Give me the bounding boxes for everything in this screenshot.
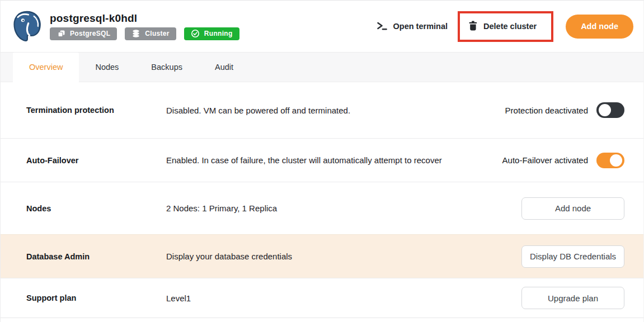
row-database-admin: Database Admin Display your database cre… bbox=[1, 234, 643, 278]
badge-cluster: Cluster bbox=[125, 27, 176, 40]
badge-postgresql: PostgreSQL bbox=[50, 27, 117, 40]
row-description: Level1 bbox=[166, 293, 521, 303]
tab-bar: Overview Nodes Backups Audit bbox=[1, 52, 643, 82]
open-terminal-label: Open terminal bbox=[393, 22, 448, 31]
toggle-knob bbox=[610, 154, 622, 167]
row-label: Nodes bbox=[26, 204, 166, 213]
header-left: postgresql-k0hdl PostgreSQL bbox=[12, 10, 239, 42]
header-actions: Open terminal Delete cluster Add node bbox=[376, 11, 633, 42]
row-control: Auto-Failover activated bbox=[502, 153, 624, 168]
row-control: Add node bbox=[521, 197, 624, 220]
upgrade-plan-button[interactable]: Upgrade plan bbox=[521, 287, 624, 309]
page-title: postgresql-k0hdl bbox=[50, 13, 239, 23]
delete-cluster-button[interactable]: Delete cluster bbox=[468, 20, 537, 33]
tab-audit[interactable]: Audit bbox=[199, 53, 250, 82]
badge-label: Running bbox=[204, 30, 233, 37]
terminal-icon bbox=[376, 20, 388, 33]
tab-backups[interactable]: Backups bbox=[135, 53, 199, 82]
row-label: Database Admin bbox=[26, 252, 166, 261]
display-db-credentials-button[interactable]: Display DB Credentials bbox=[521, 245, 624, 268]
row-auto-failover: Auto-Failover Enabled. In case of failur… bbox=[1, 138, 643, 182]
postgresql-logo-icon bbox=[12, 10, 42, 42]
title-block: postgresql-k0hdl PostgreSQL bbox=[50, 13, 239, 40]
row-label: Termination protection bbox=[26, 106, 166, 115]
copy-icon bbox=[57, 29, 65, 38]
add-node-row-button[interactable]: Add node bbox=[521, 197, 624, 220]
row-termination-protection: Termination protection Disabled. VM can … bbox=[1, 82, 643, 138]
status-badge-running: Running bbox=[184, 27, 239, 40]
auto-failover-toggle[interactable] bbox=[596, 153, 624, 168]
trash-icon bbox=[468, 20, 478, 33]
open-terminal-button[interactable]: Open terminal bbox=[376, 20, 448, 33]
tab-overview[interactable]: Overview bbox=[13, 53, 79, 82]
badge-label: Cluster bbox=[145, 30, 169, 37]
row-description: 2 Nodes: 1 Primary, 1 Replica bbox=[166, 203, 521, 213]
toggle-status-text: Protection deactivated bbox=[505, 106, 588, 115]
row-control: Display DB Credentials bbox=[521, 245, 624, 268]
red-annotation-rectangle: Delete cluster bbox=[458, 11, 553, 42]
check-circle-icon bbox=[191, 29, 200, 38]
settings-rows: Termination protection Disabled. VM can … bbox=[1, 82, 643, 322]
tab-nodes[interactable]: Nodes bbox=[79, 53, 135, 82]
row-description: Display your database credentials bbox=[166, 252, 521, 261]
badges: PostgreSQL Cluster bbox=[50, 27, 239, 40]
database-icon bbox=[131, 29, 140, 38]
row-support-plan: Support plan Level1 Upgrade plan bbox=[1, 278, 643, 318]
delete-cluster-label: Delete cluster bbox=[483, 22, 537, 31]
cluster-overview-page: postgresql-k0hdl PostgreSQL bbox=[0, 0, 644, 322]
row-label: Support plan bbox=[26, 293, 166, 302]
toggle-status-text: Auto-Failover activated bbox=[502, 155, 588, 165]
row-nodes: Nodes 2 Nodes: 1 Primary, 1 Replica Add … bbox=[1, 182, 643, 234]
badge-label: PostgreSQL bbox=[70, 30, 110, 37]
header: postgresql-k0hdl PostgreSQL bbox=[1, 1, 643, 52]
row-control: Protection deactivated bbox=[505, 102, 624, 118]
row-description: Enabled. In case of failure, the cluster… bbox=[166, 155, 502, 165]
add-node-button[interactable]: Add node bbox=[566, 15, 633, 39]
toggle-knob bbox=[599, 104, 611, 116]
row-control: Upgrade plan bbox=[521, 287, 624, 309]
bottom-divider bbox=[1, 318, 643, 322]
termination-protection-toggle[interactable] bbox=[596, 102, 624, 118]
row-description: Disabled. VM can be powered off and term… bbox=[166, 106, 505, 115]
row-label: Auto-Failover bbox=[26, 156, 166, 165]
